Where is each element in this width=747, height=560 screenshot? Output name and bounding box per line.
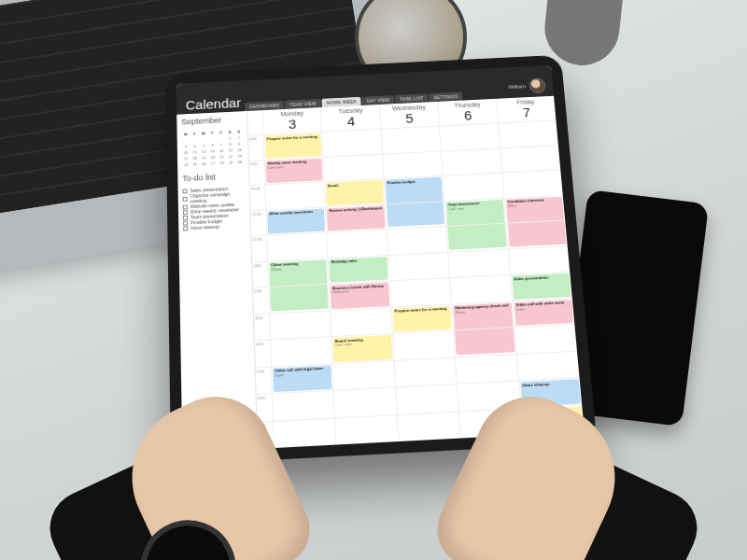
avatar[interactable] <box>529 77 546 93</box>
grid-cell[interactable]: Sales presentation <box>510 272 572 301</box>
grid-cell[interactable] <box>439 123 500 151</box>
mini-day[interactable]: 15 <box>226 147 234 153</box>
grid-cell[interactable]: Marketing agency check callPhone <box>451 301 514 330</box>
day-header[interactable]: Friday7 <box>496 96 557 123</box>
grid-cell[interactable] <box>441 147 501 175</box>
grid-cell[interactable] <box>323 153 384 181</box>
grid-cell[interactable] <box>326 229 388 258</box>
grid-cell[interactable]: Board meetingConf. room <box>331 333 393 363</box>
grid-cell[interactable] <box>455 354 518 384</box>
mini-day[interactable]: 16 <box>235 147 244 152</box>
grid-cell[interactable]: Prepare notes for a meeting <box>263 132 323 160</box>
tab-settings[interactable]: SETTINGS <box>429 91 462 102</box>
mini-day[interactable]: 10 <box>182 149 190 155</box>
grid-cell[interactable]: Weekly team meetingConf. room <box>263 156 323 184</box>
mini-day[interactable]: 11 <box>190 149 199 155</box>
grid-cell[interactable] <box>392 329 455 359</box>
grid-cell[interactable]: Business lunch with DannyRestaurant <box>329 280 390 309</box>
mini-day[interactable]: 25 <box>191 161 200 167</box>
checkbox-icon[interactable] <box>183 210 188 215</box>
grid-cell[interactable]: Email <box>324 178 385 206</box>
event[interactable]: Review activity @Dashboard <box>327 205 385 231</box>
event[interactable]: Business lunch with DannyRestaurant <box>331 282 389 308</box>
grid-cell[interactable] <box>386 226 447 255</box>
grid-cell[interactable] <box>273 417 336 448</box>
grid-cell[interactable] <box>505 219 567 248</box>
mini-day[interactable] <box>200 136 208 142</box>
grid-cell[interactable]: Finalize budget <box>383 175 444 203</box>
grid-cell[interactable] <box>389 277 452 306</box>
grid-cell[interactable] <box>397 411 460 441</box>
mini-day[interactable]: 9 <box>235 141 244 147</box>
grid-cell[interactable] <box>264 181 325 209</box>
mini-day[interactable]: 6 <box>208 142 217 147</box>
event[interactable]: Write weekly newsletter <box>267 208 325 233</box>
grid-cell[interactable] <box>447 248 509 277</box>
grid-cell[interactable] <box>382 150 443 178</box>
grid-cell[interactable] <box>380 126 441 154</box>
user-badge[interactable]: William <box>508 77 546 94</box>
mini-day[interactable]: 13 <box>208 148 217 154</box>
day-header[interactable]: Thursday6 <box>437 99 497 126</box>
mini-day[interactable]: 17 <box>182 156 190 161</box>
event[interactable]: Birthday cake <box>330 257 388 283</box>
grid-cell[interactable] <box>443 173 503 201</box>
grid-cell[interactable]: Video call with sales teamZoom <box>512 297 574 327</box>
mini-day[interactable]: 5 <box>200 143 208 148</box>
mini-day[interactable]: 18 <box>190 155 199 161</box>
mini-day[interactable]: 19 <box>200 155 208 161</box>
event[interactable]: Prepare notes for a meeting <box>392 305 452 332</box>
grid-cell[interactable] <box>388 251 449 280</box>
checkbox-icon[interactable] <box>183 204 188 209</box>
grid-cell[interactable] <box>330 306 392 336</box>
mini-day[interactable]: 8 <box>226 141 234 147</box>
mini-day[interactable] <box>208 136 217 142</box>
tab-task-list[interactable]: TASK LIST <box>395 93 429 104</box>
event[interactable]: Prepare notes for a meeting <box>265 133 322 159</box>
grid-cell[interactable]: Video call with legal teamZoom <box>271 363 333 393</box>
day-header[interactable]: Monday3 <box>262 107 322 134</box>
grid-cell[interactable] <box>334 414 398 445</box>
grid-cell[interactable] <box>385 201 446 229</box>
grid-cell[interactable] <box>507 245 570 274</box>
grid-cell[interactable]: Review activity @Dashboard <box>325 203 386 231</box>
tab-year-view[interactable]: YEAR VIEW <box>285 99 321 109</box>
event[interactable]: Weekly team meetingConf. room <box>266 158 323 183</box>
day-header[interactable]: Wednesday5 <box>379 102 439 129</box>
grid-cell[interactable] <box>395 384 458 414</box>
event[interactable]: Sales presentation <box>512 273 571 300</box>
grid-cell[interactable]: Team brainstormConf. room <box>444 197 506 225</box>
grid-cell[interactable]: Write weekly newsletter <box>265 206 326 235</box>
mini-day[interactable] <box>190 136 199 142</box>
mini-day[interactable]: 12 <box>200 148 208 154</box>
grid-cell[interactable] <box>500 145 560 173</box>
mini-day[interactable]: 7 <box>218 142 226 147</box>
grid-cell[interactable] <box>453 327 515 357</box>
grid-cell[interactable] <box>333 386 397 417</box>
event[interactable]: Email <box>326 180 384 205</box>
tab-day-view[interactable]: DAY VIEW <box>362 95 395 105</box>
grid-cell[interactable] <box>272 390 334 421</box>
mini-day[interactable]: 3 <box>182 143 190 148</box>
mini-day[interactable] <box>218 135 226 141</box>
grid-cell[interactable] <box>514 324 577 354</box>
checkbox-icon[interactable] <box>183 196 188 201</box>
grid-cell[interactable] <box>266 231 327 260</box>
mini-day[interactable]: 4 <box>190 143 199 148</box>
grid-cell[interactable] <box>515 350 579 380</box>
checkbox-icon[interactable] <box>183 226 188 231</box>
grid-cell[interactable]: Candidate interviewOffice <box>503 194 565 222</box>
mini-day[interactable]: 14 <box>218 147 226 153</box>
grid-cell[interactable]: Prepare notes for a meeting <box>390 303 453 333</box>
mini-calendar[interactable]: MTWTFSS123456789101112131415161718192021… <box>181 129 244 167</box>
grid-cell[interactable] <box>321 129 381 157</box>
mini-day[interactable]: 28 <box>218 160 226 165</box>
grid-cell[interactable]: Client meetingOff-site <box>267 258 329 287</box>
mini-day[interactable]: 1 <box>226 135 234 141</box>
mini-day[interactable]: 29 <box>227 160 235 165</box>
grid-cell[interactable] <box>393 357 457 386</box>
grid-cell[interactable] <box>445 223 507 252</box>
grid-cell[interactable] <box>270 336 332 366</box>
mini-day[interactable]: 24 <box>182 161 190 167</box>
mini-day[interactable]: 30 <box>235 159 244 164</box>
